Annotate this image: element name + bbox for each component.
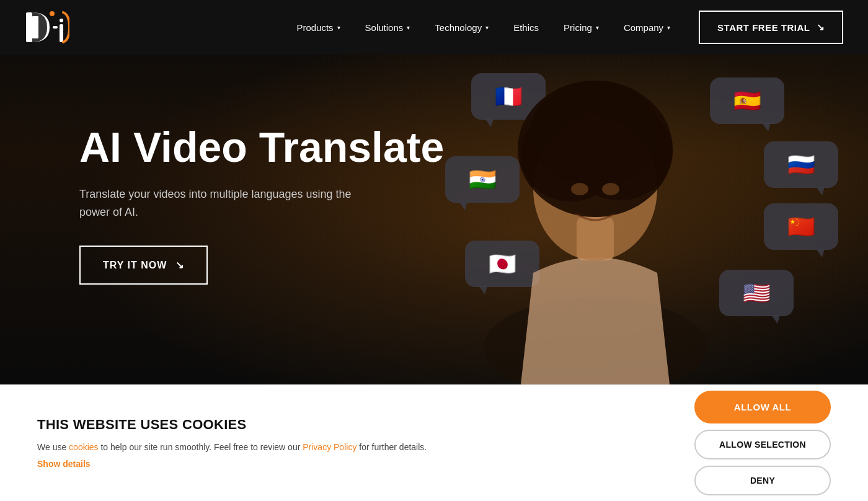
allow-all-button[interactable]: ALLOW ALL [694, 391, 831, 423]
chinese-flag-icon: 🇨🇳 [787, 216, 815, 238]
try-btn-label: TRY IT NOW [103, 260, 167, 271]
privacy-policy-link[interactable]: Privacy Policy [303, 442, 356, 452]
nav-links: Products ▾ Solutions ▾ Technology ▾ Ethi… [286, 17, 680, 38]
try-btn-arrow-icon: ↘ [175, 259, 184, 271]
nav-ethics[interactable]: Ethics [503, 17, 549, 38]
allow-selection-button[interactable]: ALLOW SELECTION [694, 430, 831, 459]
hero-title: AI Video Translate [79, 124, 444, 171]
start-free-trial-button[interactable]: START FREE TRIAL ↘ [699, 11, 843, 44]
svg-rect-3 [53, 26, 58, 29]
hero-content: AI Video Translate Translate your videos… [79, 124, 444, 285]
nav-company[interactable]: Company ▾ [614, 17, 680, 38]
nav-products[interactable]: Products ▾ [286, 17, 350, 38]
hero-section: 🇫🇷 🇪🇸 🇮🇳 🇷🇺 🇨🇳 🇯🇵 🇺🇸 [0, 0, 868, 384]
flag-bubble-russian: 🇷🇺 [764, 141, 838, 188]
logo[interactable] [25, 10, 74, 45]
try-it-now-button[interactable]: TRY IT NOW ↘ [79, 246, 208, 285]
nav-pricing-label: Pricing [564, 22, 592, 33]
cookies-link[interactable]: cookies [69, 442, 98, 452]
show-details-link[interactable]: Show details [37, 459, 91, 469]
nav-solutions[interactable]: Solutions ▾ [355, 17, 420, 38]
flag-bubble-chinese: 🇨🇳 [764, 203, 838, 250]
cta-arrow-icon: ↘ [817, 22, 825, 33]
svg-rect-1 [32, 16, 38, 38]
svg-rect-4 [60, 19, 63, 22]
nav-products-label: Products [296, 22, 333, 33]
deny-button[interactable]: DENY [694, 466, 831, 495]
russian-flag-icon: 🇷🇺 [787, 154, 815, 176]
nav-ethics-label: Ethics [513, 22, 539, 33]
svg-point-14 [602, 183, 619, 195]
svg-point-2 [50, 11, 55, 16]
cookie-title: THIS WEBSITE USES COOKIES [37, 417, 670, 433]
nav-solutions-label: Solutions [365, 22, 404, 33]
nav-pricing[interactable]: Pricing ▾ [554, 17, 609, 38]
cookie-buttons: ALLOW ALL ALLOW SELECTION DENY [694, 391, 831, 495]
american-flag-icon: 🇺🇸 [743, 282, 771, 304]
hero-subtitle: Translate your videos into multiple lang… [79, 185, 377, 221]
nav-technology[interactable]: Technology ▾ [425, 17, 498, 38]
nav-company-label: Company [624, 22, 663, 33]
navbar: Products ▾ Solutions ▾ Technology ▾ Ethi… [0, 0, 868, 55]
chevron-down-icon: ▾ [337, 24, 340, 31]
svg-point-13 [571, 183, 588, 195]
person-visual [446, 25, 744, 384]
chevron-down-icon: ▾ [407, 24, 410, 31]
chevron-down-icon: ▾ [596, 24, 599, 31]
nav-technology-label: Technology [435, 22, 482, 33]
svg-point-12 [530, 81, 660, 186]
cookie-text: THIS WEBSITE USES COOKIES We use cookies… [37, 417, 670, 469]
chevron-down-icon: ▾ [667, 24, 670, 31]
cta-label: START FREE TRIAL [717, 22, 810, 33]
chevron-down-icon: ▾ [485, 24, 489, 31]
cookie-banner: THIS WEBSITE USES COOKIES We use cookies… [0, 384, 868, 501]
svg-rect-5 [60, 24, 63, 42]
cookie-description: We use cookies to help our site run smoo… [37, 440, 670, 454]
svg-rect-0 [26, 12, 32, 42]
